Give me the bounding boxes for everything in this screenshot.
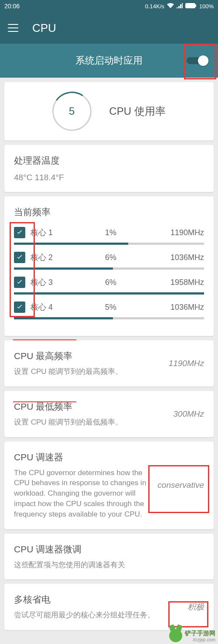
- core-row: 核心 4 5% 1036MHz: [14, 301, 204, 313]
- core-freq: 1036MHz: [160, 253, 204, 262]
- core-usage-pct: 5%: [66, 303, 155, 312]
- multicore-desc: 尝试尽可能用最少的核心来分组处理任务。: [14, 610, 181, 620]
- multicore-title: 多核省电: [14, 593, 181, 606]
- apply-on-boot-toggle[interactable]: [187, 55, 208, 67]
- governor-title: CPU 调速器: [14, 451, 150, 463]
- governor-value: conservative: [157, 480, 204, 490]
- svg-rect-0: [185, 3, 195, 8]
- core-row: 核心 1 1% 1190MHz: [14, 227, 204, 238]
- core-checkbox[interactable]: [14, 252, 25, 263]
- core-progress-bar: [14, 292, 204, 295]
- core-checkbox[interactable]: [14, 227, 25, 238]
- tuning-desc: 这些配置项与您使用的调速器有关: [14, 560, 204, 570]
- core-name: 核心 3: [31, 277, 61, 288]
- status-time: 20:06: [4, 3, 20, 10]
- core-freq: 1036MHz: [160, 303, 204, 312]
- multicore-value: 积极: [187, 601, 204, 613]
- max-freq-desc: 设置 CPU 能调节到的最高频率。: [14, 367, 162, 377]
- core-usage-pct: 6%: [66, 253, 155, 262]
- svg-rect-1: [195, 4, 196, 7]
- usage-value: 5: [69, 105, 75, 117]
- core-name: 核心 1: [31, 227, 61, 238]
- temp-title: 处理器温度: [14, 154, 204, 167]
- watermark-logo-icon: [169, 629, 182, 642]
- core-row: 核心 3 6% 1958MHz: [14, 277, 204, 288]
- cpu-temp-card: 处理器温度 48°C 118.4°F: [4, 145, 214, 192]
- core-freq: 1190MHz: [160, 228, 204, 237]
- app-bar: CPU: [0, 12, 218, 44]
- core-progress-bar: [14, 317, 204, 319]
- core-usage-pct: 1%: [66, 228, 155, 237]
- network-speed: 0.14K/s: [145, 3, 164, 10]
- multicore-card[interactable]: 多核省电 尝试尽可能用最少的核心来分组处理任务。 积极: [4, 584, 214, 630]
- usage-label: CPU 使用率: [109, 104, 165, 118]
- watermark: 铲子手游网 //czjxjc.com: [169, 629, 215, 642]
- watermark-text-cn: 铲子手游网: [185, 630, 215, 637]
- core-usage-pct: 6%: [66, 278, 155, 287]
- max-freq-value: 1190MHz: [169, 359, 204, 368]
- min-freq-card[interactable]: CPU 最低频率 设置 CPU 能调节到的最低频率。 300MHz: [4, 391, 214, 437]
- temp-value: 48°C 118.4°F: [14, 173, 204, 182]
- watermark-text-en: //czjxjc.com: [185, 637, 215, 642]
- cpu-usage-card: 5 CPU 使用率: [4, 82, 214, 140]
- wifi-icon: [167, 3, 174, 10]
- page-title: CPU: [32, 21, 56, 35]
- core-freq: 1958MHz: [160, 278, 204, 287]
- tuning-title: CPU 调速器微调: [14, 543, 204, 555]
- freq-title: 当前频率: [14, 206, 204, 218]
- battery-pct: 100%: [199, 3, 214, 10]
- core-progress-bar: [14, 243, 204, 245]
- status-right: 0.14K/s 100%: [145, 3, 214, 10]
- status-bar: 20:06 0.14K/s 100%: [0, 0, 218, 12]
- min-freq-title: CPU 最低频率: [14, 401, 166, 413]
- battery-icon: [185, 3, 197, 10]
- governor-tuning-card[interactable]: CPU 调速器微调 这些配置项与您使用的调速器有关: [4, 534, 214, 580]
- max-freq-card[interactable]: CPU 最高频率 设置 CPU 能调节到的最高频率。 1190MHz: [4, 340, 214, 387]
- max-freq-title: CPU 最高频率: [14, 350, 162, 362]
- min-freq-desc: 设置 CPU 能调节到的最低频率。: [14, 417, 166, 428]
- apply-on-boot-row[interactable]: 系统启动时应用: [0, 44, 218, 78]
- core-name: 核心 4: [31, 302, 61, 312]
- usage-gauge: 5: [49, 89, 95, 134]
- current-freq-card: 当前频率 核心 1 1% 1190MHz 核心 2 6% 1036MHz 核心 …: [4, 196, 214, 336]
- governor-desc: The CPU governor determines how the CPU …: [14, 468, 150, 520]
- apply-on-boot-label: 系统启动时应用: [75, 54, 143, 67]
- hamburger-menu-icon[interactable]: [8, 24, 18, 32]
- min-freq-value: 300MHz: [173, 409, 204, 419]
- core-name: 核心 2: [31, 252, 61, 263]
- core-progress-bar: [14, 267, 204, 270]
- core-checkbox[interactable]: [14, 277, 25, 288]
- signal-icon: [177, 3, 183, 10]
- core-checkbox[interactable]: [14, 301, 25, 313]
- governor-card[interactable]: CPU 调速器 The CPU governor determines how …: [4, 442, 214, 529]
- core-row: 核心 2 6% 1036MHz: [14, 252, 204, 263]
